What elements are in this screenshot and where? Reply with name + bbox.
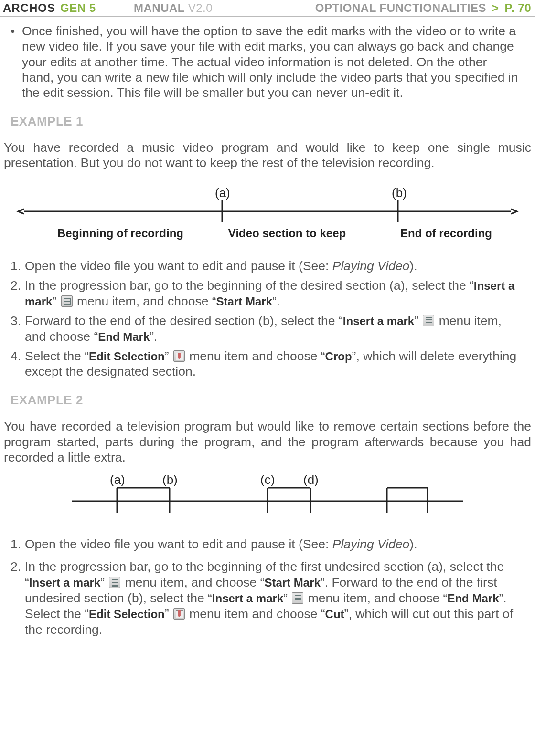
timeline-label-right: End of recording [400,227,492,240]
t: Select the “ [25,349,89,363]
t: ” [414,314,422,328]
start-mark-label: Start Mark [216,295,272,308]
t: menu item and choose “ [186,607,325,621]
step-4: Select the “Edit Selection” menu item an… [11,348,524,380]
manual-version: V2.0 [188,1,213,14]
start-mark-label: Start Mark [264,576,320,589]
end-mark-label: End Mark [447,592,499,605]
t: ” [165,607,172,621]
example2-intro: You have recorded a television program b… [0,419,535,465]
svg-text:(d): (d) [303,473,319,487]
playing-video-ref: Playing Video [332,259,410,273]
svg-text:(b): (b) [162,473,178,487]
t: Open the video file you want to edit and… [25,259,332,273]
intro-bullet: • Once finished, you will have the optio… [0,23,535,101]
page-header: ARCHOS GEN 5 MANUAL V2.0 OPTIONAL FUNCTI… [0,0,535,16]
example2-title: EXAMPLE 2 [0,391,535,410]
t: menu item and choose “ [186,349,325,363]
t: ” [52,294,60,308]
t: Forward to the end of the desired sectio… [25,314,343,328]
doc-title: MANUAL V2.0 [134,1,213,15]
t: menu item, and choose “ [121,575,264,589]
t: ). [409,537,417,551]
t: ” [283,591,291,605]
svg-text:(a): (a) [110,473,125,487]
marker-b-label: (b) [392,188,407,200]
header-divider [0,16,535,17]
edit-selection-icon [173,350,185,362]
edit-selection-label: Edit Selection [89,608,165,620]
page-number: P. 70 [505,1,531,15]
t: menu item, and choose “ [74,294,216,308]
manual-label: MANUAL [134,1,185,14]
example2-steps: Open the video file you want to edit and… [0,523,535,637]
t: ” [165,349,172,363]
example1-intro: You have recorded a music video program … [0,140,535,171]
insert-mark-icon [109,577,120,588]
step-2: In the progression bar, go to the beginn… [11,559,524,637]
t: ”. [150,329,157,344]
bullet-dot: • [11,23,22,101]
end-mark-label: End Mark [98,330,150,343]
cut-label: Cut [325,608,344,620]
timeline-label-mid: Video section to keep [228,227,346,240]
playing-video-ref: Playing Video [332,537,410,551]
insert-mark-label: Insert a mark [343,315,414,327]
intro-text: Once finished, you will have the option … [22,23,522,101]
insert-mark-icon [423,315,434,326]
t: In the progression bar, go to the beginn… [25,278,474,293]
example1-timeline: (a) (b) Beginning of recording Video sec… [14,188,521,240]
t: ). [409,259,417,273]
marker-a-label: (a) [215,188,230,200]
step-3: Forward to the end of the desired sectio… [11,313,524,345]
step-2: In the progression bar, go to the beginn… [11,278,524,309]
insert-mark-label: Insert a mark [29,576,100,589]
insert-mark-icon [61,295,73,307]
timeline-label-left: Beginning of recording [57,227,183,240]
t: menu item, and choose “ [304,591,447,605]
example1-title: EXAMPLE 1 [0,112,535,131]
insert-mark-icon [292,592,303,604]
t: ” [100,575,108,589]
breadcrumb-sep: > [492,1,499,15]
product-gen: GEN 5 [60,1,96,15]
example2-timeline: (a) (b) (c) (d) [67,473,468,518]
step-1: Open the video file you want to edit and… [11,258,524,274]
brand-logo: ARCHOS [3,1,55,15]
insert-mark-label: Insert a mark [212,592,283,605]
section-name: OPTIONAL FUNCTIONALITIES [315,1,486,15]
svg-text:(c): (c) [260,473,275,487]
edit-selection-icon [173,608,185,620]
t: Open the video file you want to edit and… [25,537,332,551]
edit-selection-label: Edit Selection [89,350,165,363]
example1-steps: Open the video file you want to edit and… [0,245,535,379]
t: ”. [272,294,280,308]
crop-label: Crop [325,350,352,363]
step-1: Open the video file you want to edit and… [11,536,524,552]
